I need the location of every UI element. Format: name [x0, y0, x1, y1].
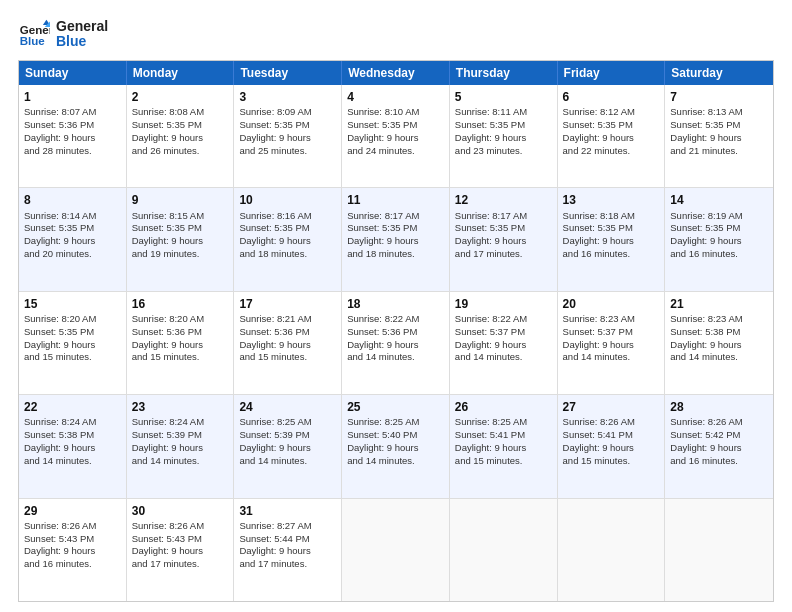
day-info-line: and 15 minutes.	[132, 351, 229, 364]
day-number: 6	[563, 89, 660, 105]
day-info-line: Sunrise: 8:20 AM	[132, 313, 229, 326]
day-info-line: Sunset: 5:35 PM	[347, 222, 444, 235]
logo-text-blue: Blue	[56, 34, 108, 49]
day-number: 3	[239, 89, 336, 105]
day-info-line: Sunset: 5:38 PM	[24, 429, 121, 442]
cal-header-thursday: Thursday	[450, 61, 558, 85]
day-info-line: and 14 minutes.	[132, 455, 229, 468]
day-info-line: Sunrise: 8:11 AM	[455, 106, 552, 119]
day-number: 29	[24, 503, 121, 519]
svg-text:Blue: Blue	[20, 35, 46, 47]
day-number: 2	[132, 89, 229, 105]
day-number: 13	[563, 192, 660, 208]
day-number: 15	[24, 296, 121, 312]
day-number: 11	[347, 192, 444, 208]
cal-cell-18: 18Sunrise: 8:22 AMSunset: 5:36 PMDayligh…	[342, 292, 450, 394]
day-number: 4	[347, 89, 444, 105]
day-info-line: Sunrise: 8:18 AM	[563, 210, 660, 223]
cal-row-3: 22Sunrise: 8:24 AMSunset: 5:38 PMDayligh…	[19, 395, 773, 498]
day-info-line: Sunrise: 8:19 AM	[670, 210, 768, 223]
cal-cell-30: 30Sunrise: 8:26 AMSunset: 5:43 PMDayligh…	[127, 499, 235, 601]
cal-header-sunday: Sunday	[19, 61, 127, 85]
day-info-line: Sunrise: 8:10 AM	[347, 106, 444, 119]
day-info-line: Sunrise: 8:25 AM	[455, 416, 552, 429]
day-info-line: Sunset: 5:44 PM	[239, 533, 336, 546]
day-info-line: Daylight: 9 hours	[239, 132, 336, 145]
day-info-line: and 16 minutes.	[24, 558, 121, 571]
day-info-line: and 23 minutes.	[455, 145, 552, 158]
day-info-line: Daylight: 9 hours	[563, 235, 660, 248]
day-info-line: Sunset: 5:42 PM	[670, 429, 768, 442]
day-info-line: Sunset: 5:35 PM	[239, 222, 336, 235]
cal-row-4: 29Sunrise: 8:26 AMSunset: 5:43 PMDayligh…	[19, 499, 773, 601]
day-info-line: and 20 minutes.	[24, 248, 121, 261]
day-info-line: Sunrise: 8:14 AM	[24, 210, 121, 223]
day-info-line: Sunset: 5:39 PM	[239, 429, 336, 442]
day-info-line: Sunset: 5:35 PM	[563, 119, 660, 132]
day-info-line: and 14 minutes.	[24, 455, 121, 468]
day-info-line: Daylight: 9 hours	[239, 442, 336, 455]
day-info-line: Sunrise: 8:24 AM	[24, 416, 121, 429]
day-info-line: Sunset: 5:41 PM	[563, 429, 660, 442]
cal-row-1: 8Sunrise: 8:14 AMSunset: 5:35 PMDaylight…	[19, 188, 773, 291]
cal-cell-17: 17Sunrise: 8:21 AMSunset: 5:36 PMDayligh…	[234, 292, 342, 394]
day-number: 25	[347, 399, 444, 415]
cal-cell-empty	[342, 499, 450, 601]
day-info-line: Daylight: 9 hours	[563, 132, 660, 145]
day-info-line: and 16 minutes.	[563, 248, 660, 261]
cal-cell-25: 25Sunrise: 8:25 AMSunset: 5:40 PMDayligh…	[342, 395, 450, 497]
day-number: 24	[239, 399, 336, 415]
day-info-line: Sunset: 5:36 PM	[347, 326, 444, 339]
day-info-line: Sunrise: 8:07 AM	[24, 106, 121, 119]
day-info-line: and 16 minutes.	[670, 248, 768, 261]
day-info-line: and 18 minutes.	[347, 248, 444, 261]
day-info-line: Sunset: 5:35 PM	[670, 119, 768, 132]
day-info-line: Sunrise: 8:27 AM	[239, 520, 336, 533]
cal-cell-20: 20Sunrise: 8:23 AMSunset: 5:37 PMDayligh…	[558, 292, 666, 394]
day-info-line: Sunrise: 8:25 AM	[347, 416, 444, 429]
day-info-line: Daylight: 9 hours	[132, 545, 229, 558]
day-info-line: Daylight: 9 hours	[132, 235, 229, 248]
cal-cell-9: 9Sunrise: 8:15 AMSunset: 5:35 PMDaylight…	[127, 188, 235, 290]
calendar-header: SundayMondayTuesdayWednesdayThursdayFrid…	[19, 61, 773, 85]
day-info-line: and 14 minutes.	[563, 351, 660, 364]
day-info-line: Sunrise: 8:23 AM	[563, 313, 660, 326]
day-info-line: and 21 minutes.	[670, 145, 768, 158]
day-info-line: Daylight: 9 hours	[24, 442, 121, 455]
day-number: 5	[455, 89, 552, 105]
day-number: 31	[239, 503, 336, 519]
cal-cell-2: 2Sunrise: 8:08 AMSunset: 5:35 PMDaylight…	[127, 85, 235, 187]
day-info-line: and 14 minutes.	[239, 455, 336, 468]
day-number: 22	[24, 399, 121, 415]
cal-cell-5: 5Sunrise: 8:11 AMSunset: 5:35 PMDaylight…	[450, 85, 558, 187]
day-info-line: Sunrise: 8:22 AM	[455, 313, 552, 326]
day-number: 30	[132, 503, 229, 519]
day-info-line: Sunset: 5:36 PM	[132, 326, 229, 339]
day-info-line: and 24 minutes.	[347, 145, 444, 158]
day-info-line: Daylight: 9 hours	[455, 442, 552, 455]
cal-cell-29: 29Sunrise: 8:26 AMSunset: 5:43 PMDayligh…	[19, 499, 127, 601]
day-info-line: Sunset: 5:37 PM	[455, 326, 552, 339]
day-info-line: Daylight: 9 hours	[24, 235, 121, 248]
cal-cell-6: 6Sunrise: 8:12 AMSunset: 5:35 PMDaylight…	[558, 85, 666, 187]
day-info-line: Sunrise: 8:26 AM	[24, 520, 121, 533]
day-info-line: Sunset: 5:43 PM	[132, 533, 229, 546]
cal-header-friday: Friday	[558, 61, 666, 85]
cal-cell-12: 12Sunrise: 8:17 AMSunset: 5:35 PMDayligh…	[450, 188, 558, 290]
day-info-line: Sunset: 5:35 PM	[132, 222, 229, 235]
day-info-line: Sunrise: 8:24 AM	[132, 416, 229, 429]
day-info-line: Daylight: 9 hours	[455, 132, 552, 145]
day-info-line: Sunrise: 8:25 AM	[239, 416, 336, 429]
day-number: 19	[455, 296, 552, 312]
day-info-line: Sunset: 5:39 PM	[132, 429, 229, 442]
day-info-line: Sunset: 5:35 PM	[132, 119, 229, 132]
day-info-line: and 14 minutes.	[347, 455, 444, 468]
day-number: 7	[670, 89, 768, 105]
day-info-line: Daylight: 9 hours	[670, 235, 768, 248]
day-info-line: Sunset: 5:35 PM	[239, 119, 336, 132]
day-info-line: Sunrise: 8:09 AM	[239, 106, 336, 119]
day-info-line: Sunset: 5:41 PM	[455, 429, 552, 442]
day-number: 16	[132, 296, 229, 312]
day-info-line: Sunset: 5:36 PM	[239, 326, 336, 339]
day-number: 17	[239, 296, 336, 312]
